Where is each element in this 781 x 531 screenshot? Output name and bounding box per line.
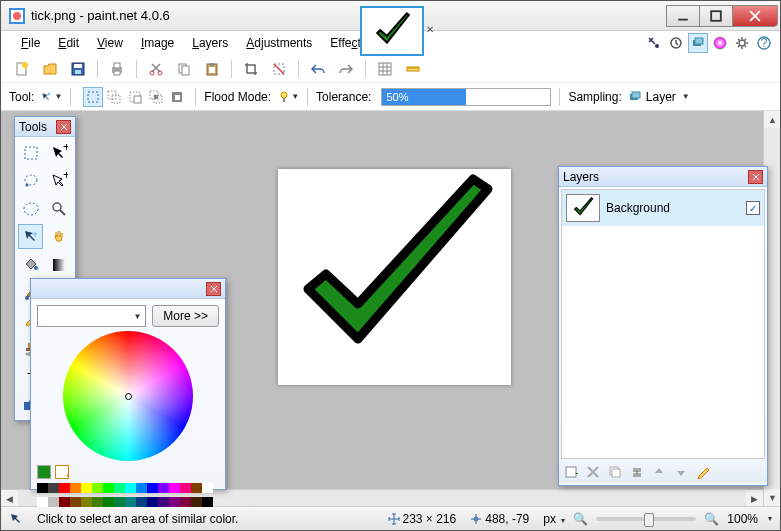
swatch[interactable] bbox=[81, 483, 92, 493]
swatch[interactable] bbox=[37, 497, 48, 507]
grid-button[interactable] bbox=[374, 58, 396, 80]
crop-button[interactable] bbox=[240, 58, 262, 80]
selection-invert[interactable] bbox=[167, 87, 187, 107]
colors-window-toggle[interactable] bbox=[710, 33, 730, 53]
tools-window-toggle[interactable] bbox=[644, 33, 664, 53]
swatch[interactable] bbox=[136, 483, 147, 493]
swatch[interactable] bbox=[48, 497, 59, 507]
menu-layers[interactable]: Layers bbox=[184, 33, 236, 53]
tool-ellipse-select[interactable] bbox=[18, 196, 43, 221]
layer-duplicate[interactable] bbox=[607, 464, 623, 480]
help-icon[interactable]: ? bbox=[754, 33, 774, 53]
close-button[interactable] bbox=[732, 5, 778, 27]
swatch[interactable] bbox=[180, 497, 191, 507]
open-button[interactable] bbox=[39, 58, 61, 80]
add-secondary-swatch[interactable]: + bbox=[55, 465, 69, 479]
zoom-value[interactable]: 100% bbox=[727, 512, 758, 526]
add-primary-swatch[interactable]: + bbox=[37, 465, 51, 479]
layer-visibility-checkbox[interactable]: ✓ bbox=[746, 201, 760, 215]
layers-panel-close[interactable] bbox=[748, 170, 763, 184]
maximize-button[interactable] bbox=[699, 5, 733, 27]
history-window-toggle[interactable] bbox=[666, 33, 686, 53]
menu-file[interactable]: File bbox=[13, 33, 48, 53]
paste-button[interactable] bbox=[201, 58, 223, 80]
primary-secondary-dropdown[interactable]: ▼ bbox=[37, 305, 146, 327]
layer-delete[interactable] bbox=[585, 464, 601, 480]
swatch[interactable] bbox=[103, 483, 114, 493]
swatch[interactable] bbox=[81, 497, 92, 507]
swatch[interactable] bbox=[158, 497, 169, 507]
new-button[interactable] bbox=[11, 58, 33, 80]
selection-add[interactable] bbox=[104, 87, 124, 107]
cut-button[interactable] bbox=[145, 58, 167, 80]
colors-panel-close[interactable] bbox=[206, 282, 221, 296]
layer-merge[interactable] bbox=[629, 464, 645, 480]
ruler-button[interactable] bbox=[402, 58, 424, 80]
swatch[interactable] bbox=[180, 483, 191, 493]
image-tab-tick[interactable] bbox=[360, 6, 424, 56]
selection-replace[interactable] bbox=[83, 87, 103, 107]
swatch[interactable] bbox=[202, 483, 213, 493]
layer-row[interactable]: Background ✓ bbox=[562, 190, 764, 226]
swatch[interactable] bbox=[37, 483, 48, 493]
layer-move-up[interactable] bbox=[651, 464, 667, 480]
layer-move-down[interactable] bbox=[673, 464, 689, 480]
swatch[interactable] bbox=[103, 497, 114, 507]
tool-move-pixels[interactable]: + bbox=[47, 168, 72, 193]
sampling-dropdown[interactable]: Layer▼ bbox=[628, 86, 690, 108]
swatch[interactable] bbox=[70, 497, 81, 507]
swatch[interactable] bbox=[136, 497, 147, 507]
active-tool-dropdown[interactable]: ▼ bbox=[40, 86, 62, 108]
tolerance-slider[interactable]: 50% bbox=[381, 88, 551, 106]
zoom-out-icon[interactable]: 🔍 bbox=[573, 512, 588, 526]
layer-properties[interactable] bbox=[695, 464, 711, 480]
swatch[interactable] bbox=[70, 483, 81, 493]
print-button[interactable] bbox=[106, 58, 128, 80]
swatch[interactable] bbox=[125, 483, 136, 493]
color-wheel[interactable] bbox=[63, 331, 193, 461]
tools-panel-close[interactable] bbox=[56, 120, 71, 134]
swatch[interactable] bbox=[125, 497, 136, 507]
selection-intersect[interactable] bbox=[146, 87, 166, 107]
minimize-button[interactable] bbox=[666, 5, 700, 27]
swatch[interactable] bbox=[202, 497, 213, 507]
tool-zoom[interactable] bbox=[47, 196, 72, 221]
swatch[interactable] bbox=[191, 483, 202, 493]
copy-button[interactable] bbox=[173, 58, 195, 80]
colors-panel[interactable]: ▼ More >> + + bbox=[30, 278, 226, 490]
swatch[interactable] bbox=[92, 483, 103, 493]
tool-rect-select[interactable] bbox=[18, 140, 43, 165]
swatch[interactable] bbox=[92, 497, 103, 507]
swatch[interactable] bbox=[59, 483, 70, 493]
swatch[interactable] bbox=[59, 497, 70, 507]
tool-paint-bucket[interactable] bbox=[18, 252, 43, 277]
menu-adjustments[interactable]: Adjustments bbox=[238, 33, 320, 53]
menu-edit[interactable]: Edit bbox=[50, 33, 87, 53]
flood-mode-dropdown[interactable]: ▼ bbox=[277, 86, 299, 108]
settings-icon[interactable] bbox=[732, 33, 752, 53]
swatch[interactable] bbox=[147, 497, 158, 507]
layers-window-toggle[interactable] bbox=[688, 33, 708, 53]
palette-row-2[interactable] bbox=[37, 497, 219, 507]
tool-pan[interactable] bbox=[47, 224, 72, 249]
swatch[interactable] bbox=[158, 483, 169, 493]
tool-magic-wand[interactable] bbox=[18, 224, 43, 249]
swatch[interactable] bbox=[114, 497, 125, 507]
swatch[interactable] bbox=[169, 483, 180, 493]
save-button[interactable] bbox=[67, 58, 89, 80]
swatch[interactable] bbox=[191, 497, 202, 507]
swatch[interactable] bbox=[48, 483, 59, 493]
swatch[interactable] bbox=[169, 497, 180, 507]
tool-gradient[interactable] bbox=[47, 252, 72, 277]
image-tab-close-icon[interactable]: ✕ bbox=[426, 24, 440, 38]
layer-add[interactable]: + bbox=[563, 464, 579, 480]
zoom-in-icon[interactable]: 🔍 bbox=[704, 512, 719, 526]
unit-dropdown[interactable]: px ▾ bbox=[543, 512, 565, 526]
swatch[interactable] bbox=[147, 483, 158, 493]
undo-button[interactable] bbox=[307, 58, 329, 80]
zoom-slider[interactable] bbox=[596, 517, 696, 521]
tool-move-selection[interactable]: + bbox=[47, 140, 72, 165]
menu-image[interactable]: Image bbox=[133, 33, 182, 53]
selection-subtract[interactable] bbox=[125, 87, 145, 107]
more-button[interactable]: More >> bbox=[152, 305, 219, 327]
